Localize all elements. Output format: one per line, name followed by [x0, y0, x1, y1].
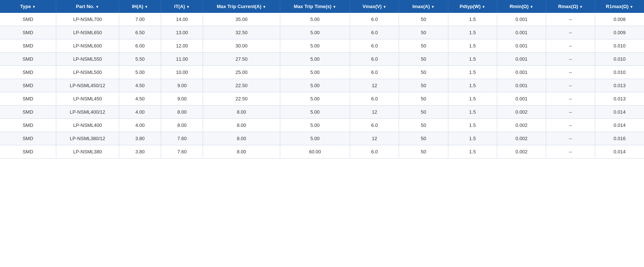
col-header-ih[interactable]: IH(A)▼ [119, 0, 161, 13]
cell-imax: 50 [399, 13, 448, 26]
cell-type: SMD [0, 145, 56, 159]
cell-ih: 4.50 [119, 79, 161, 92]
col-header-partno[interactable]: Part No.▼ [56, 0, 119, 13]
cell-partno: LP-NSML600 [56, 39, 119, 53]
cell-pdtyp: 1.5 [448, 92, 497, 106]
cell-vmax: 6.0 [350, 145, 399, 159]
cell-vmax: 6.0 [350, 26, 399, 39]
col-header-rmin[interactable]: Rmin(Ω)▼ [497, 0, 546, 13]
cell-vmax: 6.0 [350, 92, 399, 106]
cell-maxtrip: 35.00 [203, 13, 280, 26]
cell-it: 7.60 [161, 145, 203, 159]
cell-imax: 50 [399, 132, 448, 145]
cell-rmin: 0.001 [497, 53, 546, 66]
cell-pdtyp: 1.5 [448, 119, 497, 132]
cell-maxtime: 5.00 [280, 79, 350, 92]
col-header-vmax[interactable]: Vmax(V)▼ [350, 0, 399, 13]
cell-rmin: 0.001 [497, 66, 546, 79]
cell-type: SMD [0, 119, 56, 132]
cell-r1max: 0.014 [595, 106, 644, 119]
cell-type: SMD [0, 106, 56, 119]
cell-maxtrip: 25.00 [203, 66, 280, 79]
cell-imax: 50 [399, 53, 448, 66]
cell-maxtrip: 27.50 [203, 53, 280, 66]
cell-maxtime: 5.00 [280, 53, 350, 66]
cell-maxtrip: 32.50 [203, 26, 280, 39]
cell-type: SMD [0, 92, 56, 106]
cell-type: SMD [0, 39, 56, 53]
col-header-maxtime[interactable]: Max Trip Time(s)▼ [280, 0, 350, 13]
cell-vmax: 6.0 [350, 119, 399, 132]
cell-maxtime: 5.00 [280, 39, 350, 53]
cell-partno: LP-NSML380 [56, 145, 119, 159]
col-header-rmax[interactable]: Rmax(Ω)▼ [546, 0, 595, 13]
cell-it: 7.60 [161, 132, 203, 145]
sort-icon: ▼ [145, 5, 148, 9]
cell-maxtime: 5.00 [280, 106, 350, 119]
cell-ih: 3.80 [119, 145, 161, 159]
data-table: Type▼Part No.▼IH(A)▼IT(A)▼Max Trip Curre… [0, 0, 644, 159]
cell-vmax: 6.0 [350, 66, 399, 79]
cell-type: SMD [0, 66, 56, 79]
cell-type: SMD [0, 26, 56, 39]
table-row: SMDLP-NSML450/124.509.0022.505.0012501.5… [0, 79, 644, 92]
cell-maxtrip: 22.50 [203, 79, 280, 92]
cell-ih: 4.50 [119, 92, 161, 106]
cell-imax: 50 [399, 39, 448, 53]
col-header-imax[interactable]: Imax(A)▼ [399, 0, 448, 13]
col-header-type[interactable]: Type▼ [0, 0, 56, 13]
table-row: SMDLP-NSML4504.509.0022.505.006.0501.50.… [0, 92, 644, 106]
col-header-r1max[interactable]: R1max(Ω)▼ [595, 0, 644, 13]
cell-r1max: 0.010 [595, 53, 644, 66]
cell-rmax: -- [546, 66, 595, 79]
cell-it: 9.00 [161, 79, 203, 92]
cell-it: 12.00 [161, 39, 203, 53]
cell-partno: LP-NSML700 [56, 13, 119, 26]
table-row: SMDLP-NSML5505.5011.0027.505.006.0501.50… [0, 53, 644, 66]
sort-icon: ▼ [482, 5, 485, 9]
cell-rmin: 0.002 [497, 119, 546, 132]
cell-ih: 3.80 [119, 132, 161, 145]
cell-vmax: 6.0 [350, 13, 399, 26]
cell-vmax: 12 [350, 79, 399, 92]
sort-icon: ▼ [530, 5, 533, 9]
cell-maxtime: 5.00 [280, 132, 350, 145]
cell-partno: LP-NSML550 [56, 53, 119, 66]
cell-partno: LP-NSML450 [56, 92, 119, 106]
cell-partno: LP-NSML380/12 [56, 132, 119, 145]
table-row: SMDLP-NSML6506.5013.0032.505.006.0501.50… [0, 26, 644, 39]
cell-r1max: 0.016 [595, 132, 644, 145]
cell-ih: 6.50 [119, 26, 161, 39]
cell-rmin: 0.001 [497, 13, 546, 26]
cell-pdtyp: 1.5 [448, 66, 497, 79]
cell-rmax: -- [546, 53, 595, 66]
cell-imax: 50 [399, 66, 448, 79]
cell-partno: LP-NSML400 [56, 119, 119, 132]
col-header-maxtrip[interactable]: Max Trip Current(A)▼ [203, 0, 280, 13]
cell-rmin: 0.002 [497, 106, 546, 119]
cell-r1max: 0.013 [595, 79, 644, 92]
cell-pdtyp: 1.5 [448, 145, 497, 159]
cell-rmax: -- [546, 106, 595, 119]
cell-rmax: -- [546, 79, 595, 92]
cell-type: SMD [0, 79, 56, 92]
cell-imax: 50 [399, 145, 448, 159]
cell-maxtime: 5.00 [280, 66, 350, 79]
col-header-it[interactable]: IT(A)▼ [161, 0, 203, 13]
cell-maxtime: 5.00 [280, 26, 350, 39]
cell-vmax: 12 [350, 132, 399, 145]
sort-icon: ▼ [186, 5, 190, 9]
cell-rmax: -- [546, 39, 595, 53]
cell-r1max: 0.010 [595, 66, 644, 79]
cell-ih: 7.00 [119, 13, 161, 26]
cell-r1max: 0.010 [595, 39, 644, 53]
cell-rmax: -- [546, 13, 595, 26]
cell-maxtrip: 8.00 [203, 106, 280, 119]
cell-it: 8.00 [161, 106, 203, 119]
table-row: SMDLP-NSML7007.0014.0035.005.006.0501.50… [0, 13, 644, 26]
cell-vmax: 6.0 [350, 53, 399, 66]
cell-it: 13.00 [161, 26, 203, 39]
sort-icon: ▼ [383, 5, 387, 9]
col-header-pdtyp[interactable]: Pdtyp(W)▼ [448, 0, 497, 13]
sort-icon: ▼ [630, 5, 633, 9]
